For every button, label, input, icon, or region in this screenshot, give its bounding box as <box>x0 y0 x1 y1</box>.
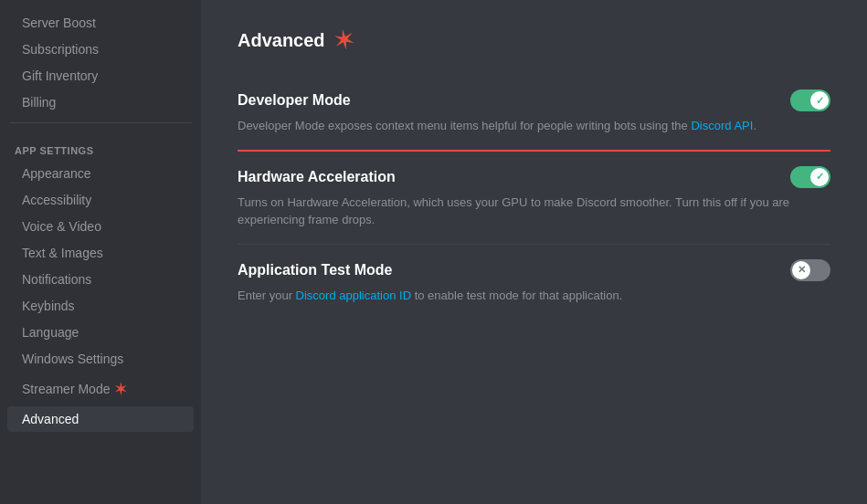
sidebar-label-language: Language <box>22 325 79 340</box>
sidebar-item-appearance[interactable]: Appearance <box>7 161 194 186</box>
toggle-x-icon: ✕ <box>798 264 806 276</box>
sidebar-item-billing[interactable]: Billing <box>7 89 194 115</box>
sidebar-label-appearance: Appearance <box>22 166 91 181</box>
sidebar-item-server-boost[interactable]: Server Boost <box>7 10 194 36</box>
application-test-mode-toggle-knob: ✕ <box>792 261 810 279</box>
discord-api-link[interactable]: Discord API <box>691 119 753 132</box>
sidebar-label-accessibility: Accessibility <box>22 193 91 207</box>
sidebar-item-advanced[interactable]: Advanced <box>7 406 194 432</box>
toggle-check-icon-2: ✓ <box>816 171 824 183</box>
sidebar-item-voice-video[interactable]: Voice & Video <box>7 214 194 239</box>
sidebar-item-language[interactable]: Language <box>7 320 194 345</box>
sidebar-item-text-images[interactable]: Text & Images <box>7 240 194 266</box>
app-test-desc-plain: Enter your <box>238 289 296 302</box>
sidebar-label-voice-video: Voice & Video <box>22 219 101 234</box>
sidebar-label-streamer-mode: Streamer Mode <box>22 382 110 396</box>
application-test-mode-row: Application Test Mode ✕ Enter your Disco… <box>238 245 830 320</box>
application-test-mode-title: Application Test Mode <box>238 262 392 278</box>
developer-mode-row: Developer Mode ✓ Developer Mode exposes … <box>238 75 830 152</box>
hardware-acceleration-toggle[interactable]: ✓ <box>790 166 830 188</box>
sidebar-label-windows-settings: Windows Settings <box>22 352 123 366</box>
sidebar: Server Boost Subscriptions Gift Inventor… <box>0 0 201 504</box>
developer-mode-desc: Developer Mode exposes context menu item… <box>238 117 804 135</box>
sidebar-item-accessibility[interactable]: Accessibility <box>7 187 194 213</box>
sidebar-item-keybinds[interactable]: Keybinds <box>7 293 194 319</box>
page-title-text: Advanced <box>238 30 325 51</box>
main-content: Advanced ✶ Developer Mode ✓ Developer Mo… <box>201 0 867 504</box>
sidebar-item-notifications[interactable]: Notifications <box>7 267 194 292</box>
hardware-acceleration-row: Hardware Acceleration ✓ Turns on Hardwar… <box>238 152 830 245</box>
sidebar-divider <box>9 122 192 123</box>
sidebar-label-subscriptions: Subscriptions <box>22 42 99 57</box>
developer-mode-header: Developer Mode ✓ <box>238 89 830 111</box>
sidebar-label-gift-inventory: Gift Inventory <box>22 68 98 83</box>
app-test-desc-end: to enable test mode for that application… <box>411 289 622 302</box>
application-test-mode-desc: Enter your Discord application ID to ena… <box>238 287 804 305</box>
sidebar-item-windows-settings[interactable]: Windows Settings <box>7 346 194 372</box>
toggle-check-icon: ✓ <box>816 95 824 107</box>
developer-mode-desc-plain: Developer Mode exposes context menu item… <box>238 119 691 132</box>
developer-mode-toggle-knob: ✓ <box>810 91 829 110</box>
page-title-container: Advanced ✶ <box>238 27 830 53</box>
application-test-mode-header: Application Test Mode ✕ <box>238 259 830 281</box>
streamer-mode-annotation-star: ✶ <box>113 378 129 400</box>
sidebar-item-gift-inventory[interactable]: Gift Inventory <box>7 63 194 89</box>
title-annotation-star: ✶ <box>332 26 354 54</box>
hardware-acceleration-desc: Turns on Hardware Acceleration, which us… <box>238 194 804 229</box>
sidebar-item-streamer-mode[interactable]: Streamer Mode ✶ <box>7 373 194 405</box>
app-settings-label: APP SETTINGS <box>0 131 201 160</box>
sidebar-item-subscriptions[interactable]: Subscriptions <box>7 37 194 62</box>
developer-mode-toggle[interactable]: ✓ <box>790 89 830 111</box>
developer-mode-desc-end: . <box>753 119 756 132</box>
sidebar-label-notifications: Notifications <box>22 272 91 287</box>
sidebar-label-advanced: Advanced <box>22 412 79 426</box>
developer-mode-title: Developer Mode <box>238 92 351 109</box>
sidebar-label-keybinds: Keybinds <box>22 299 75 313</box>
application-test-mode-toggle[interactable]: ✕ <box>790 259 830 281</box>
sidebar-label-server-boost: Server Boost <box>22 16 96 30</box>
sidebar-label-billing: Billing <box>22 95 56 110</box>
hardware-acceleration-title: Hardware Acceleration <box>238 169 396 185</box>
hardware-acceleration-header: Hardware Acceleration ✓ <box>238 166 830 188</box>
sidebar-label-text-images: Text & Images <box>22 246 103 260</box>
discord-app-id-link[interactable]: Discord application ID <box>296 289 411 302</box>
hardware-acceleration-toggle-knob: ✓ <box>810 168 829 186</box>
